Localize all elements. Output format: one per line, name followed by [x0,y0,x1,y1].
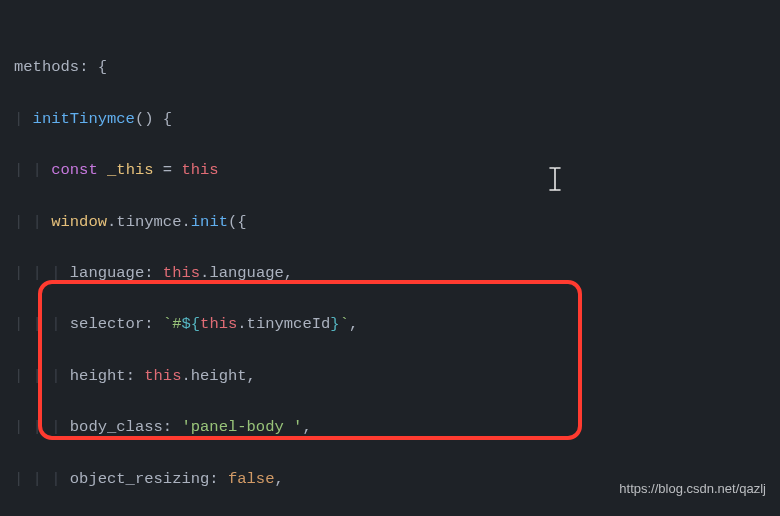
code-line: | | | body_class: 'panel-body ', [14,415,780,441]
code-editor[interactable]: methods: { | initTinymce() { | | const _… [0,0,780,516]
function-name: initTinymce [33,110,135,128]
code-line: methods: { [14,55,780,81]
code-line: | | | selector: `#${this.tinymceId}`, [14,312,780,338]
code-line: | initTinymce() { [14,107,780,133]
code-line: | | | object_resizing: false, [14,467,780,493]
code-line: | | window.tinymce.init({ [14,210,780,236]
code-line: | | | language: this.language, [14,261,780,287]
this-keyword: this [181,161,218,179]
property: methods [14,58,79,76]
code-line: | | const _this = this [14,158,780,184]
keyword-const: const [51,161,98,179]
code-line: | | | height: this.height, [14,364,780,390]
